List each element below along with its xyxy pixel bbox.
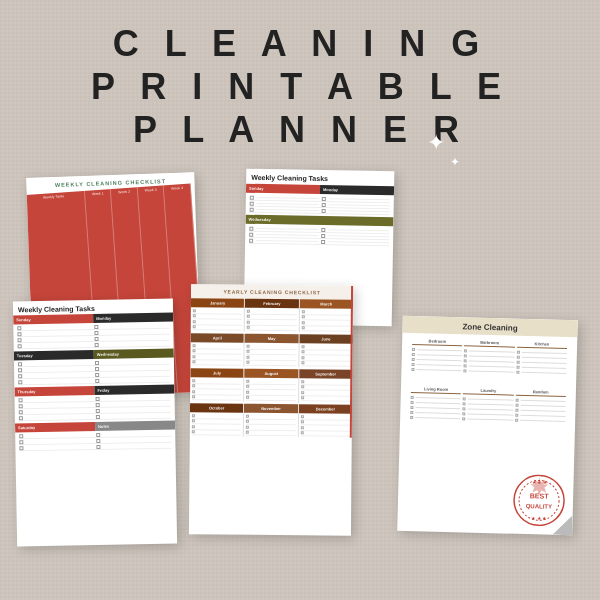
zone-col-header: Bathroom [464,339,514,347]
zone-check-row [410,415,460,421]
month-jun: June [299,334,352,343]
day-monday: Monday [320,185,394,195]
card2-day-row-1: Sunday Monday [246,183,394,195]
svg-text:BEST: BEST [530,492,550,500]
card3-section-3: Thursday Friday [14,384,175,423]
day-sunday: Sunday [13,314,93,324]
zone-col-livingroom: Living Room [410,386,461,421]
cards-container: WEEKLY CLEANING CHECKLIST Weekly Tasks W… [10,170,590,550]
title-line-3: P L A N N E R [91,108,509,151]
lines-block [14,357,174,387]
red-accent [350,285,353,437]
quarter-4: October November December [190,403,352,437]
card-yearly-checklist: YEARLY CLEANING CHECKLIST January Februa… [189,284,353,535]
day-wednesday: Wednesday [94,348,174,358]
zone-check-row [411,367,461,373]
card3-section-4: Saturday Notes [15,420,175,453]
card2-lines-1 [246,192,394,217]
best-quality-badge: ★ ★ ★ ★ ★ ★ BEST QUALITY [512,473,565,526]
card4-header: YEARLY CLEANING CHECKLIST [191,284,353,299]
day-sunday: Sunday [246,183,320,193]
lines-block [13,321,173,351]
title-line-1: C L E A N I N G [91,22,509,65]
zone-col-header: Living Room [411,386,461,394]
day-tuesday: Tuesday [14,350,94,360]
day-thursday: Thursday [14,386,94,396]
month-nov: November [244,403,297,412]
zone-check-row [515,417,565,423]
zone-col-header: Bedroom [412,338,462,346]
zone-check-row [516,369,566,375]
month-jan: January [191,298,244,307]
month-dec: December [299,404,352,413]
zone-col-bathroom: Bathroom [464,339,515,374]
sparkle-icon-small: ✦ [450,155,460,169]
zone-col-bedroom: Bedroom [411,338,462,373]
zone-col-header: Kitchen [517,340,567,348]
day-wednesday: Wednesday [245,214,393,226]
svg-text:★ ★ ★: ★ ★ ★ [532,479,548,485]
month-mar: March [300,299,353,308]
zone-check-row [462,416,512,422]
zone-col-kitchen: Kitchen [516,340,567,375]
month-oct: October [190,403,243,412]
lines-block [15,393,175,423]
day-friday: Friday [94,384,174,394]
page-title: C L E A N I N G P R I N T A B L E P L A … [91,0,509,162]
month-jul: July [190,368,243,377]
sparkle-icon: ✦ [427,130,445,156]
month-apr: April [191,333,244,342]
month-feb: February [245,298,298,307]
lines-block [15,429,175,453]
card3-section-2: Tuesday Wednesday [14,348,175,387]
zone-col-header: Laundry [463,387,513,395]
day-notes: Notes [95,420,175,430]
card2-lines-2 [245,223,393,248]
month-sep: September [299,369,352,378]
quarter-2: April May June [190,333,352,367]
zone-section-2: Living Room Laundry Random [400,380,576,429]
zone-col-header: Random [515,388,565,396]
title-line-2: P R I N T A B L E [91,65,509,108]
zone-col-random: Random [515,388,566,423]
quarter-3: July August September [190,368,352,402]
quarter-1: January February March [191,298,353,332]
day-monday: Monday [93,312,173,322]
card3-section-1: Sunday Monday [13,312,174,351]
month-may: May [245,333,298,342]
badge-svg: ★ ★ ★ ★ ★ ★ BEST QUALITY [512,473,565,526]
zone-check-row [464,368,514,374]
svg-text:★ ★ ★: ★ ★ ★ [531,515,547,521]
card-zone-cleaning: Zone Cleaning Bedroom Bathroom [397,315,578,535]
svg-text:QUALITY: QUALITY [526,503,552,510]
month-aug: August [245,368,298,377]
day-saturday: Saturday [15,422,95,432]
zone-col-laundry: Laundry [462,387,513,422]
card2-day-row-2: Wednesday [245,214,393,226]
zone-section-1: Bedroom Bathroom Kitchen [401,332,577,381]
card-weekly-tasks-large: Weekly Cleaning Tasks Sunday Monday Tues… [13,298,177,546]
